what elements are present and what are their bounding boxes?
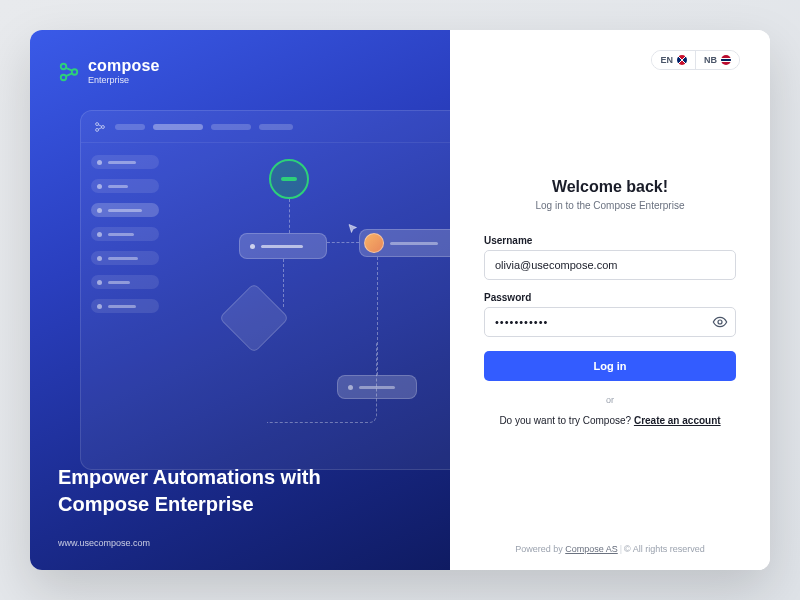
eye-icon (712, 314, 728, 330)
create-account-text: Do you want to try Compose? Create an ac… (484, 415, 736, 426)
brand-name: compose (88, 58, 160, 74)
hero-panel: compose Enterprise (30, 30, 450, 570)
flow-step-node (337, 375, 417, 399)
flow-step-node (239, 233, 327, 259)
flag-nb-icon (721, 55, 731, 65)
password-label: Password (484, 292, 736, 303)
brand-sub: Enterprise (88, 76, 160, 85)
svg-point-3 (96, 122, 99, 125)
welcome-heading: Welcome back! (484, 178, 736, 196)
svg-point-0 (61, 63, 67, 69)
svg-point-5 (101, 125, 104, 128)
nodes-icon (93, 120, 107, 134)
username-label: Username (484, 235, 736, 246)
cursor-icon (347, 221, 359, 239)
lang-nb-button[interactable]: NB (695, 51, 739, 69)
login-panel: EN NB Welcome back! Log in to the Compos… (450, 30, 770, 570)
login-card: compose Enterprise (30, 30, 770, 570)
svg-point-6 (718, 320, 722, 324)
compose-logo-icon (58, 61, 80, 83)
company-link[interactable]: Compose AS (565, 544, 618, 554)
brand: compose Enterprise (58, 58, 160, 85)
subtitle: Log in to the Compose Enterprise (484, 200, 736, 211)
username-input[interactable] (484, 250, 736, 280)
password-input[interactable] (484, 307, 736, 337)
hero-tagline: Empower Automations with Compose Enterpr… (58, 464, 321, 518)
lang-en-button[interactable]: EN (652, 51, 695, 69)
toggle-password-visibility-button[interactable] (712, 314, 728, 334)
login-button[interactable]: Log in (484, 351, 736, 381)
flow-user-node (359, 229, 450, 257)
flow-start-node-icon (269, 159, 309, 199)
language-switcher: EN NB (480, 50, 740, 70)
divider-or: or (484, 395, 736, 405)
create-account-link[interactable]: Create an account (634, 415, 721, 426)
site-url: www.usecompose.com (58, 538, 150, 548)
footer: Powered by Compose AS|© All rights reser… (480, 534, 740, 554)
avatar-icon (364, 233, 384, 253)
svg-point-1 (61, 74, 67, 80)
svg-point-4 (96, 128, 99, 131)
flag-en-icon (677, 55, 687, 65)
svg-point-2 (72, 69, 78, 75)
